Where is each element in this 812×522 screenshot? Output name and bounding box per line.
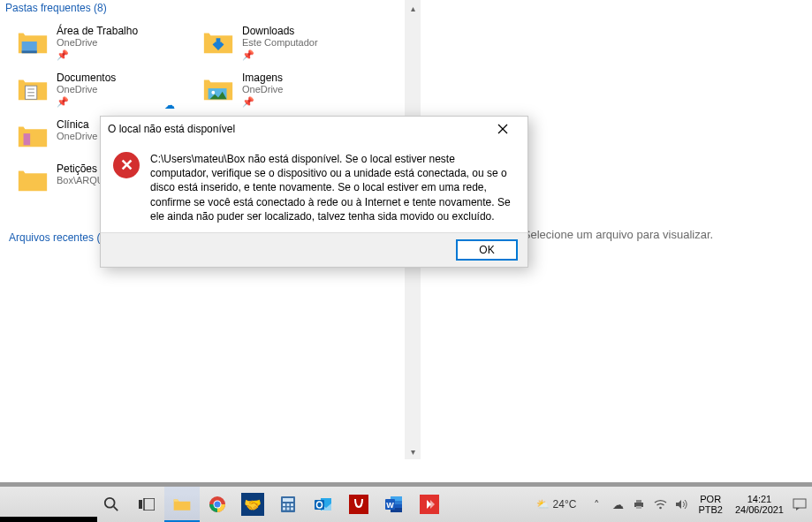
- svg-rect-25: [291, 508, 293, 511]
- ok-button[interactable]: OK: [457, 240, 517, 260]
- close-icon: [497, 124, 508, 134]
- svg-rect-22: [291, 503, 293, 506]
- svg-rect-8: [24, 133, 31, 145]
- scroll-down-arrow[interactable]: ▾: [405, 443, 421, 459]
- dialog-title: O local não está disponível: [108, 123, 485, 135]
- desktop-folder-icon: [16, 25, 49, 58]
- folder-subtitle: OneDrive: [57, 37, 138, 48]
- folder-name: Área de Trabalho: [57, 25, 138, 37]
- outlook-icon: [314, 495, 333, 514]
- svg-rect-21: [287, 503, 290, 506]
- svg-rect-1: [22, 50, 37, 53]
- folder-name: Clínica: [57, 118, 97, 131]
- folder-item[interactable]: Documentos OneDrive 📌 ☁: [0, 66, 186, 113]
- taskbar-app-outlook[interactable]: [306, 487, 341, 522]
- lang-line1: POR: [698, 494, 723, 504]
- taskbar-app-file-explorer[interactable]: [164, 487, 200, 522]
- chrome-icon: [209, 496, 226, 513]
- lang-line2: PTB2: [698, 504, 723, 515]
- folder-subtitle: OneDrive: [57, 84, 116, 95]
- svg-point-38: [659, 507, 662, 510]
- search-button[interactable]: [94, 487, 129, 522]
- folder-subtitle: Este Computador: [242, 37, 318, 48]
- taskbar-app-acrobat[interactable]: [341, 487, 376, 522]
- notification-icon: [793, 497, 807, 511]
- svg-rect-20: [283, 503, 285, 506]
- section-header-recent[interactable]: Arquivos recentes (2: [4, 230, 111, 246]
- taskbar-app-anydesk[interactable]: [412, 487, 447, 522]
- folder-subtitle: OneDrive: [57, 131, 97, 141]
- tray-printer-icon[interactable]: [629, 487, 649, 522]
- svg-line-12: [114, 507, 118, 511]
- tray-onedrive-icon[interactable]: ☁: [608, 487, 627, 522]
- taskbar-language[interactable]: POR PTB2: [698, 494, 723, 515]
- anydesk-icon: [420, 495, 439, 514]
- pin-icon: 📌: [57, 49, 138, 61]
- taskbar-app-handshake[interactable]: 🤝: [235, 487, 270, 522]
- folder-name: Downloads: [242, 25, 318, 37]
- task-view-icon: [139, 498, 155, 511]
- svg-point-7: [211, 91, 215, 95]
- error-dialog: O local não está disponível ✕ C:\Users\m…: [100, 116, 528, 268]
- pin-icon: 📌: [242, 49, 318, 61]
- taskbar-app-chrome[interactable]: [200, 487, 235, 522]
- pin-icon: 📌: [57, 96, 116, 108]
- pdf-icon: [349, 495, 368, 514]
- pictures-folder-icon: [201, 72, 235, 105]
- clock-date: 24/06/2021: [735, 504, 784, 515]
- dialog-message: C:\Users\mateu\Box não está disponível. …: [150, 152, 515, 223]
- clock-time: 14:21: [735, 494, 784, 504]
- svg-rect-36: [636, 500, 641, 503]
- svg-point-11: [105, 498, 115, 508]
- folder-item[interactable]: Downloads Este Computador 📌: [186, 19, 371, 66]
- folder-icon: [172, 494, 192, 513]
- svg-rect-14: [144, 498, 155, 511]
- calculator-icon: [279, 496, 297, 513]
- word-icon: W: [384, 495, 404, 514]
- documents-folder-icon: [16, 72, 49, 105]
- svg-point-17: [215, 502, 221, 508]
- section-header-frequent[interactable]: Pastas frequentes (8): [0, 0, 424, 16]
- svg-rect-39: [793, 499, 806, 508]
- error-icon: ✕: [113, 152, 140, 178]
- svg-rect-23: [283, 508, 285, 511]
- folder-subtitle: OneDrive: [242, 84, 283, 95]
- preview-placeholder: Selecione um arquivo para visualizar.: [523, 228, 713, 241]
- tray-wifi-icon[interactable]: [650, 487, 670, 522]
- search-icon: [103, 496, 119, 512]
- action-center-button[interactable]: [791, 487, 808, 522]
- tray-volume-icon[interactable]: [672, 487, 691, 522]
- task-view-button[interactable]: [129, 487, 164, 522]
- weather-icon: ⛅: [536, 498, 550, 511]
- svg-rect-19: [283, 498, 293, 502]
- taskbar-clock[interactable]: 14:21 24/06/2021: [735, 494, 784, 515]
- svg-rect-37: [636, 506, 641, 509]
- black-strip: [0, 517, 97, 522]
- handshake-icon: 🤝: [241, 493, 264, 516]
- taskbar-app-calculator[interactable]: [270, 487, 306, 522]
- downloads-folder-icon: [201, 25, 235, 58]
- svg-rect-13: [139, 500, 142, 509]
- folder-icon: [16, 163, 49, 196]
- svg-rect-24: [287, 508, 290, 511]
- folder-icon: [16, 118, 49, 152]
- taskbar-weather[interactable]: ⛅ 24°C: [536, 498, 577, 511]
- tray-chevron-up-icon[interactable]: ˄: [587, 487, 606, 522]
- folder-name: Documentos: [57, 72, 116, 84]
- dialog-titlebar[interactable]: O local não está disponível: [101, 117, 527, 141]
- scroll-up-arrow[interactable]: ▴: [405, 0, 421, 16]
- folder-item[interactable]: Área de Trabalho OneDrive 📌: [0, 19, 186, 66]
- taskbar-app-word[interactable]: W: [376, 487, 412, 522]
- folder-name: Imagens: [242, 72, 283, 84]
- dialog-close-button[interactable]: [485, 117, 520, 141]
- taskbar: 🤝 W ⛅ 24°C ˄ ☁ POR PTB2 14:21 24/06/2021: [0, 487, 812, 522]
- weather-temp: 24°C: [553, 498, 577, 511]
- svg-text:W: W: [386, 501, 394, 510]
